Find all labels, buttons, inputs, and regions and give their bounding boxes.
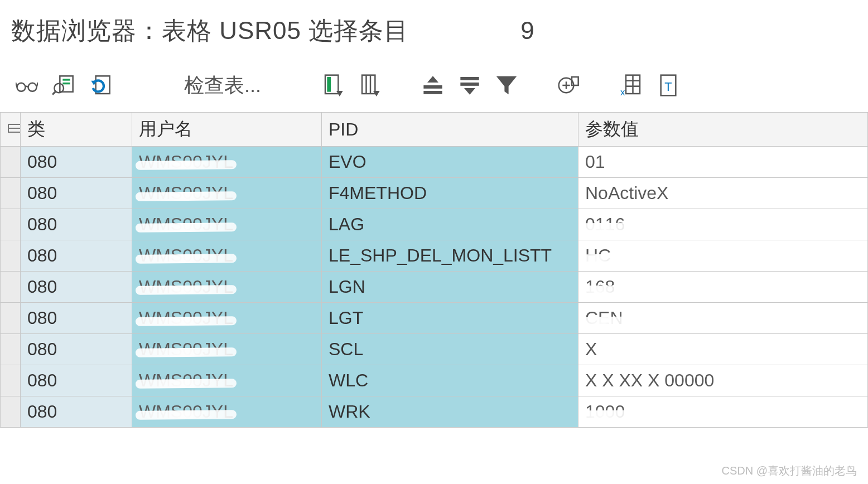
cell-pid[interactable]: SCL xyxy=(322,334,578,365)
cell-class[interactable]: 080 xyxy=(21,334,132,365)
glasses-icon xyxy=(16,74,38,96)
cell-value[interactable]: X X XX X 00000 xyxy=(578,365,868,396)
check-table-button[interactable]: 检查表... xyxy=(158,72,276,99)
svg-point-0 xyxy=(17,83,26,91)
svg-rect-3 xyxy=(62,79,70,80)
cell-value[interactable]: 1000 xyxy=(578,396,868,428)
row-selector[interactable] xyxy=(1,303,21,334)
column-select-icon xyxy=(322,74,345,96)
row-selector[interactable] xyxy=(1,396,21,428)
table-row[interactable]: 080WMS00JYLSCLX xyxy=(1,334,868,365)
cell-value[interactable]: CEN xyxy=(578,303,868,334)
svg-point-1 xyxy=(28,83,37,91)
cell-user[interactable]: WMS00JYL xyxy=(132,209,322,240)
header-value[interactable]: 参数值 xyxy=(578,113,868,147)
table-row[interactable]: 080WMS00JYLLGTCEN xyxy=(1,303,868,334)
cell-pid[interactable]: EVO xyxy=(322,147,578,178)
refresh-button[interactable] xyxy=(85,70,116,101)
toolbar: 检查表... xyxy=(0,64,868,112)
sum-icon xyxy=(558,74,580,96)
header-user[interactable]: 用户名 xyxy=(132,113,322,147)
cell-class[interactable]: 080 xyxy=(21,178,132,209)
cell-value[interactable]: 01 xyxy=(578,147,868,178)
cell-user[interactable]: WMS00JYL xyxy=(132,147,322,178)
text-mode-button[interactable]: T xyxy=(653,70,684,101)
cell-pid[interactable]: WLC xyxy=(322,365,578,396)
cell-user[interactable]: WMS00JYL xyxy=(132,396,322,428)
page-title: 数据浏览器：表格 USR05 选择条目 9 xyxy=(0,0,868,64)
cell-pid[interactable]: LE_SHP_DEL_MON_LISTT xyxy=(322,240,578,272)
sort-descending-button[interactable] xyxy=(454,70,485,101)
row-selector[interactable] xyxy=(1,147,21,178)
column-all-icon xyxy=(359,74,382,96)
cell-pid[interactable]: F4METHOD xyxy=(322,178,578,209)
cell-user[interactable]: WMS00JYL xyxy=(132,365,322,396)
row-selector[interactable] xyxy=(1,240,21,272)
cell-user[interactable]: WMS00JYL xyxy=(132,334,322,365)
table-row[interactable]: 080WMS00JYLLGN168 xyxy=(1,272,868,303)
svg-marker-22 xyxy=(496,76,517,95)
svg-rect-10 xyxy=(327,77,331,92)
title-text: 数据浏览器：表格 USR05 选择条目 xyxy=(11,14,409,47)
cell-user[interactable]: WMS00JYL xyxy=(132,240,322,272)
header-class[interactable]: 类 xyxy=(21,113,132,147)
data-grid: 类 用户名 PID 参数值 080WMS00JYLEVO01080WMS00JY… xyxy=(0,112,868,428)
find-icon xyxy=(52,74,75,96)
svg-rect-20 xyxy=(460,83,479,86)
cell-user[interactable]: WMS00JYL xyxy=(132,272,322,303)
cell-user[interactable]: WMS00JYL xyxy=(132,178,322,209)
sort-ascending-button[interactable] xyxy=(417,70,449,101)
svg-text:x: x xyxy=(620,87,625,96)
sort-desc-icon xyxy=(459,74,481,96)
svg-marker-16 xyxy=(427,76,438,83)
cell-pid[interactable]: WRK xyxy=(322,396,578,428)
svg-marker-21 xyxy=(464,88,475,95)
cell-value[interactable]: NoActiveX xyxy=(578,178,868,209)
table-row[interactable]: 080WMS00JYLLE_SHP_DEL_MON_LISTTHC xyxy=(1,240,868,272)
filter-button[interactable] xyxy=(491,70,522,101)
cell-pid[interactable]: LAG xyxy=(322,209,578,240)
row-selector[interactable] xyxy=(1,209,21,240)
sum-button[interactable] xyxy=(553,70,585,101)
select-all-header[interactable] xyxy=(1,113,21,147)
export-excel-icon: x xyxy=(620,74,643,96)
select-columns-button[interactable] xyxy=(318,70,349,101)
export-excel-button[interactable]: x xyxy=(616,70,647,101)
cell-class[interactable]: 080 xyxy=(21,240,132,272)
cell-value[interactable]: HC xyxy=(578,240,868,272)
cell-pid[interactable]: LGT xyxy=(322,303,578,334)
cell-class[interactable]: 080 xyxy=(21,272,132,303)
select-all-columns-button[interactable] xyxy=(355,70,386,101)
cell-user[interactable]: WMS00JYL xyxy=(132,303,322,334)
row-selector[interactable] xyxy=(1,334,21,365)
cell-value[interactable]: 0116 xyxy=(578,209,868,240)
row-selector[interactable] xyxy=(1,178,21,209)
row-selector[interactable] xyxy=(1,272,21,303)
table-row[interactable]: 080WMS00JYLWRK1000 xyxy=(1,396,868,428)
refresh-icon xyxy=(89,74,112,96)
grid-header-row: 类 用户名 PID 参数值 xyxy=(1,113,868,147)
table-row[interactable]: 080WMS00JYLF4METHODNoActiveX xyxy=(1,178,868,209)
text-mode-icon: T xyxy=(657,74,679,96)
filter-icon xyxy=(495,74,518,96)
svg-point-5 xyxy=(54,84,64,93)
table-row[interactable]: 080WMS00JYLLAG0116 xyxy=(1,209,868,240)
svg-text:T: T xyxy=(664,80,672,94)
cell-class[interactable]: 080 xyxy=(21,396,132,428)
header-pid[interactable]: PID xyxy=(322,113,578,147)
cell-class[interactable]: 080 xyxy=(21,303,132,334)
find-button[interactable] xyxy=(48,70,79,101)
cell-class[interactable]: 080 xyxy=(21,209,132,240)
cell-value[interactable]: 168 xyxy=(578,272,868,303)
cell-class[interactable]: 080 xyxy=(21,147,132,178)
cell-pid[interactable]: LGN xyxy=(322,272,578,303)
cell-class[interactable]: 080 xyxy=(21,365,132,396)
table-row[interactable]: 080WMS00JYLEVO01 xyxy=(1,147,868,178)
table-row[interactable]: 080WMS00JYLWLCX X XX X 00000 xyxy=(1,365,868,396)
cell-value[interactable]: X xyxy=(578,334,868,365)
row-count: 9 xyxy=(520,17,534,45)
display-button[interactable] xyxy=(11,70,42,101)
row-selector[interactable] xyxy=(1,365,21,396)
svg-rect-12 xyxy=(362,75,375,94)
svg-rect-17 xyxy=(423,85,442,89)
